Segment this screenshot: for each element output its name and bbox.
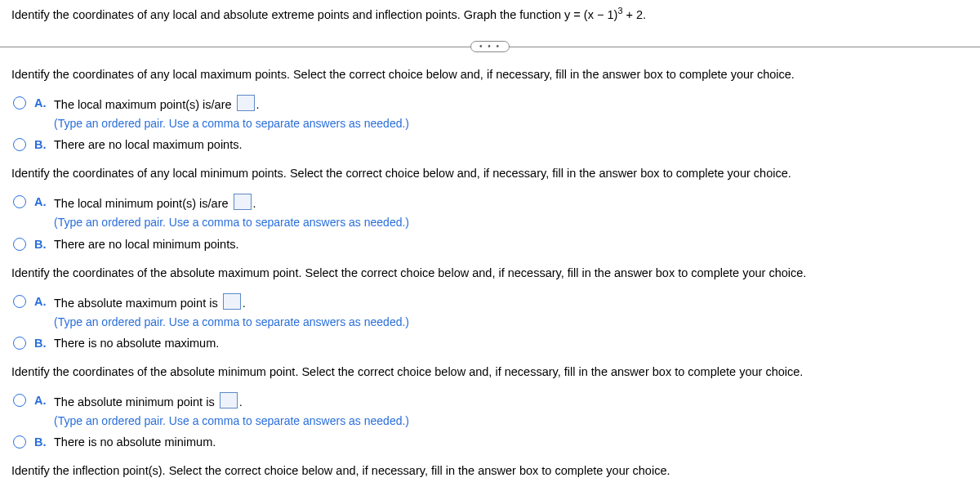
local-min-choice-a: A. The local minimum point(s) is/are . (… — [11, 194, 969, 230]
abs-max-b-text: There is no absolute maximum. — [54, 335, 969, 352]
local-max-radio-b[interactable] — [13, 138, 26, 151]
abs-min-choice-a: A. The absolute minimum point is . (Type… — [11, 392, 969, 429]
abs-max-prompt: Identify the coordinates of the absolute… — [11, 265, 969, 282]
choice-letter-a: A. — [34, 392, 49, 409]
inflection-prompt: Identify the inflection point(s). Select… — [11, 462, 969, 480]
abs-min-choice-b: B. There is no absolute minimum. — [11, 434, 969, 451]
local-min-a-post: . — [253, 197, 256, 210]
question-text: Identify the coordinates of any local an… — [11, 7, 969, 24]
local-max-radio-a[interactable] — [13, 96, 26, 109]
local-min-b-text: There are no local minimum points. — [54, 236, 969, 253]
abs-max-radio-b[interactable] — [13, 337, 26, 350]
choice-letter-a: A. — [34, 95, 49, 112]
abs-min-radio-a[interactable] — [13, 394, 26, 407]
abs-max-choice-a: A. The absolute maximum point is . (Type… — [11, 293, 969, 330]
local-min-answer-box[interactable] — [234, 194, 252, 210]
abs-min-hint: (Type an ordered pair. Use a comma to se… — [54, 413, 969, 429]
more-pill[interactable]: • • • — [470, 41, 510, 52]
abs-min-answer-box[interactable] — [220, 392, 238, 408]
local-max-answer-box[interactable] — [237, 95, 255, 111]
question-prefix: Identify the coordinates of any local an… — [11, 8, 617, 21]
choice-letter-a: A. — [34, 293, 49, 310]
abs-min-a-pre: The absolute minimum point is — [54, 395, 218, 408]
local-max-b-text: There are no local maximum points. — [54, 136, 969, 154]
abs-max-a-pre: The absolute maximum point is — [54, 297, 221, 310]
choice-body: The absolute maximum point is . (Type an… — [54, 293, 969, 330]
local-max-a-pre: The local maximum point(s) is/are — [54, 98, 235, 111]
local-min-choice-b: B. There are no local minimum points. — [11, 236, 969, 253]
choice-letter-b: B. — [34, 335, 49, 352]
divider-row: • • • — [11, 38, 969, 55]
local-max-choice-b: B. There are no local maximum points. — [11, 136, 969, 154]
abs-min-prompt: Identify the coordinates of the absolute… — [11, 364, 969, 381]
abs-min-a-post: . — [239, 395, 243, 408]
local-max-prompt: Identify the coordinates of any local ma… — [11, 66, 969, 83]
local-max-choice-a: A. The local maximum point(s) is/are . (… — [11, 95, 969, 132]
choice-body: The local minimum point(s) is/are . (Typ… — [54, 194, 969, 230]
abs-max-choice-b: B. There is no absolute maximum. — [11, 335, 969, 352]
abs-max-answer-box[interactable] — [223, 293, 241, 310]
abs-max-radio-a[interactable] — [13, 295, 26, 308]
choice-letter-a: A. — [34, 194, 49, 211]
local-max-a-post: . — [256, 98, 260, 111]
choice-body: The absolute minimum point is . (Type an… — [54, 392, 969, 429]
choice-letter-b: B. — [34, 136, 49, 154]
abs-min-b-text: There is no absolute minimum. — [54, 434, 969, 451]
abs-max-hint: (Type an ordered pair. Use a comma to se… — [54, 314, 969, 330]
question-suffix: + 2. — [622, 8, 646, 21]
choice-body: The local maximum point(s) is/are . (Typ… — [54, 95, 969, 132]
local-min-radio-b[interactable] — [13, 238, 26, 251]
choice-letter-b: B. — [34, 434, 49, 451]
local-min-a-pre: The local minimum point(s) is/are — [54, 197, 232, 210]
local-max-hint: (Type an ordered pair. Use a comma to se… — [54, 115, 969, 132]
abs-min-radio-b[interactable] — [13, 435, 26, 449]
local-min-prompt: Identify the coordinates of any local mi… — [11, 165, 969, 182]
local-min-hint: (Type an ordered pair. Use a comma to se… — [54, 214, 969, 230]
choice-letter-b: B. — [34, 236, 49, 253]
abs-max-a-post: . — [243, 297, 246, 310]
local-min-radio-a[interactable] — [13, 195, 26, 208]
